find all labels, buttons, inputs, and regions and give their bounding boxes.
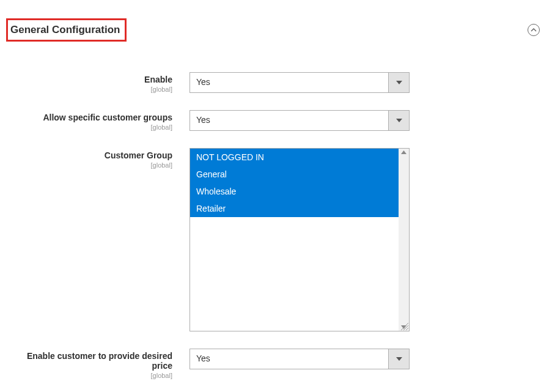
field-customer-group: Customer Group [global] NOT LOGGED IN Ge… — [6, 148, 546, 331]
scope-label: [global] — [6, 372, 172, 379]
field-desired-price: Enable customer to provide desired price… — [6, 349, 546, 379]
allow-groups-label: Allow specific customer groups — [6, 113, 172, 122]
collapse-section-icon[interactable] — [528, 24, 540, 36]
multiselect-option[interactable]: Wholesale — [190, 183, 399, 200]
section-header: General Configuration — [6, 18, 546, 42]
customer-group-label: Customer Group — [6, 150, 172, 160]
multiselect-option[interactable]: Retailer — [190, 200, 399, 217]
multiselect-option[interactable]: NOT LOGGED IN — [190, 149, 399, 166]
scope-label: [global] — [6, 124, 172, 131]
general-configuration-section: General Configuration Enable [global] Ye… — [0, 0, 552, 392]
enable-select-value: Yes — [190, 73, 388, 92]
field-allow-groups: Allow specific customer groups [global] … — [6, 110, 546, 131]
allow-groups-select[interactable]: Yes — [190, 110, 410, 131]
enable-label: Enable — [6, 75, 172, 84]
chevron-down-icon — [388, 349, 409, 369]
field-enable: Enable [global] Yes — [6, 72, 546, 93]
chevron-down-icon — [388, 73, 409, 92]
enable-select[interactable]: Yes — [190, 72, 410, 93]
desired-price-select-value: Yes — [190, 349, 388, 369]
scrollbar[interactable] — [399, 149, 409, 331]
allow-groups-select-value: Yes — [190, 111, 388, 130]
customer-group-list: NOT LOGGED IN General Wholesale Retailer — [190, 149, 399, 331]
scope-label: [global] — [6, 86, 172, 93]
section-title: General Configuration — [6, 18, 127, 42]
customer-group-multiselect[interactable]: NOT LOGGED IN General Wholesale Retailer — [190, 148, 410, 331]
scope-label: [global] — [6, 161, 172, 169]
resize-grip-icon[interactable] — [401, 323, 408, 330]
desired-price-label: Enable customer to provide desired price — [6, 351, 172, 371]
chevron-down-icon — [388, 111, 409, 130]
scroll-up-icon — [401, 150, 407, 154]
desired-price-select[interactable]: Yes — [190, 349, 410, 369]
multiselect-option[interactable]: General — [190, 166, 399, 183]
